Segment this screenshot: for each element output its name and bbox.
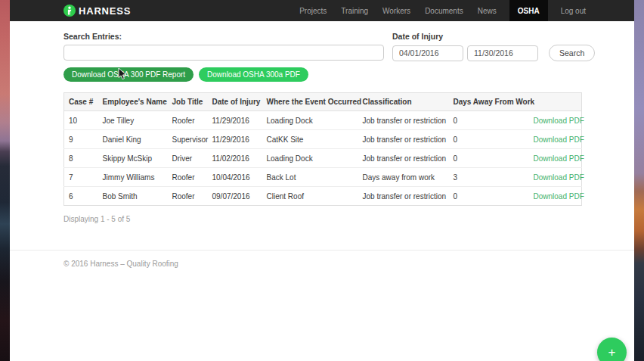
download-pdf-link[interactable]: Download PDF	[534, 154, 584, 163]
download-osha-300a-pdf-button[interactable]: Download OSHA 300a PDF	[199, 67, 308, 82]
filters-row: Search Entries: Date of Injury Search	[10, 21, 634, 61]
download-actions: Download OSHA 300 PDF Report Download OS…	[10, 61, 634, 82]
nav-item-projects[interactable]: Projects	[298, 0, 328, 21]
cell-classification: Job transfer or restriction	[358, 149, 449, 168]
cell-case: 6	[64, 187, 98, 206]
brand-logo[interactable]: HARNESS	[63, 0, 131, 21]
date-to-input[interactable]	[467, 45, 538, 61]
nav-item-training[interactable]: Training	[339, 0, 370, 21]
cell-where: Loading Dock	[262, 149, 358, 168]
col-header-classification: Classification	[358, 93, 449, 111]
cell-date: 11/29/2016	[208, 111, 262, 130]
table-row: 6 Bob Smith Roofer 09/07/2016 Client Roo…	[64, 187, 582, 206]
cell-where: CatKK Site	[262, 130, 358, 149]
col-header-days-away: Days Away From Work	[449, 93, 529, 111]
app-window: HARNESS Projects Training Workers Docume…	[10, 0, 634, 361]
cell-job: Driver	[168, 149, 208, 168]
download-osha-300-pdf-report-button[interactable]: Download OSHA 300 PDF Report	[63, 67, 194, 82]
cell-days: 3	[449, 168, 529, 187]
col-header-case: Case #	[64, 93, 98, 111]
cell-case: 7	[64, 168, 98, 187]
osha-entries-table-wrap: Case # Employee's Name Job Title Date of…	[63, 92, 581, 206]
download-pdf-link[interactable]: Download PDF	[534, 117, 584, 125]
brand-name: HARNESS	[79, 5, 131, 17]
cell-days: 0	[449, 187, 529, 206]
nav-item-documents[interactable]: Documents	[423, 0, 465, 21]
cell-where: Back Lot	[262, 168, 358, 187]
nav-item-logout[interactable]: Log out	[559, 0, 587, 21]
table-row: 8 Skippy McSkip Driver 11/02/2016 Loadin…	[64, 149, 582, 168]
desktop-wallpaper-right	[634, 0, 644, 361]
cell-days: 0	[449, 111, 529, 130]
cell-job: Supervisor	[168, 130, 208, 149]
table-row: 10 Joe Tilley Roofer 11/29/2016 Loading …	[64, 111, 582, 130]
cell-date: 11/29/2016	[208, 130, 262, 149]
cell-case: 8	[64, 149, 98, 168]
copyright-text: © 2016 Harness – Quality Roofing	[10, 251, 634, 268]
col-header-where: Where the Event Occurred	[262, 93, 358, 111]
cell-date: 09/07/2016	[208, 187, 262, 206]
cell-date: 11/02/2016	[208, 149, 262, 168]
add-entry-fab-button[interactable]: +	[597, 338, 627, 361]
search-entries-input[interactable]	[63, 45, 384, 61]
download-pdf-link[interactable]: Download PDF	[534, 173, 584, 182]
desktop-wallpaper-left	[0, 0, 11, 361]
table-row: 9 Daniel King Supervisor 11/29/2016 CatK…	[64, 130, 582, 149]
cell-days: 0	[449, 149, 529, 168]
osha-entries-table: Case # Employee's Name Job Title Date of…	[63, 92, 582, 206]
nav-items: Projects Training Workers Documents News…	[298, 0, 587, 21]
download-pdf-link[interactable]: Download PDF	[534, 135, 584, 144]
nav-item-workers[interactable]: Workers	[381, 0, 412, 21]
cell-name: Joe Tilley	[98, 111, 168, 130]
nav-item-news[interactable]: News	[476, 0, 498, 21]
cell-name: Bob Smith	[98, 187, 168, 206]
cell-classification: Job transfer or restriction	[358, 111, 449, 130]
plus-icon: +	[608, 346, 616, 359]
cell-days: 0	[449, 130, 529, 149]
table-header-row: Case # Employee's Name Job Title Date of…	[64, 93, 582, 111]
cell-name: Skippy McSkip	[98, 149, 168, 168]
cell-classification: Job transfer or restriction	[358, 187, 449, 206]
cell-classification: Days away from work	[358, 168, 449, 187]
col-header-employee-name: Employee's Name	[98, 93, 168, 111]
search-button[interactable]: Search	[549, 45, 595, 61]
col-header-job-title: Job Title	[168, 93, 208, 111]
date-from-input[interactable]	[392, 45, 463, 61]
cell-where: Loading Dock	[262, 111, 358, 130]
cell-job: Roofer	[168, 187, 208, 206]
cell-name: Jimmy Williams	[98, 168, 168, 187]
cell-case: 9	[64, 130, 98, 149]
nav-item-osha[interactable]: OSHA	[509, 0, 548, 21]
harness-person-icon	[63, 5, 76, 17]
cell-date: 10/04/2016	[208, 168, 262, 187]
cell-classification: Job transfer or restriction	[358, 130, 449, 149]
cell-name: Daniel King	[98, 130, 168, 149]
col-header-pdf	[529, 93, 582, 111]
cell-where: Client Roof	[262, 187, 358, 206]
download-pdf-link[interactable]: Download PDF	[534, 192, 584, 201]
date-of-injury-label: Date of Injury	[392, 32, 595, 41]
cell-job: Roofer	[168, 168, 208, 187]
cell-case: 10	[64, 111, 98, 130]
results-summary: Displaying 1 - 5 of 5	[10, 206, 634, 223]
cell-job: Roofer	[168, 111, 208, 130]
search-entries-label: Search Entries:	[63, 32, 384, 41]
top-navbar: HARNESS Projects Training Workers Docume…	[10, 0, 634, 21]
col-header-date-of-injury: Date of Injury	[208, 93, 262, 111]
table-row: 7 Jimmy Williams Roofer 10/04/2016 Back …	[64, 168, 582, 187]
